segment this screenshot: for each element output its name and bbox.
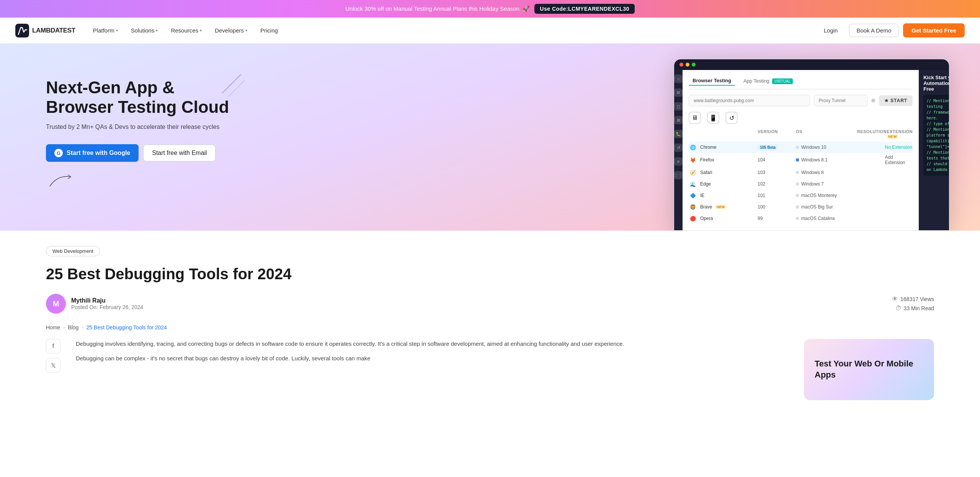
brave-icon: 🦁 <box>689 203 697 211</box>
browser-content: Browser Testing App Testing VIRTUAL ★ ST… <box>683 70 919 230</box>
hero-cta: G Start free with Google Start free with… <box>46 144 230 162</box>
blog-intro-1: Debugging involves identifying, tracing,… <box>76 339 789 349</box>
start-email-button[interactable]: Start free with Email <box>143 145 216 161</box>
svg-rect-0 <box>15 24 29 37</box>
views-count: 👁 168317 Views <box>892 296 934 303</box>
blog-right-card: Test Your Web Or Mobile Apps <box>804 339 934 400</box>
safari-icon: 🧭 <box>689 168 697 177</box>
refresh-icon[interactable]: ↺ <box>725 112 738 124</box>
dot-green <box>692 63 696 67</box>
breadcrumb: Home › Blog › 25 Best Debugging Tools fo… <box>46 324 934 330</box>
ie-icon: 🔷 <box>689 191 697 200</box>
table-row[interactable]: 🧭 Safari 103 Windows 8 <box>689 167 913 178</box>
nav-links: Platform ▾ Solutions ▾ Resources ▾ Devel… <box>88 24 817 37</box>
read-time: ⏱ 33 Min Read <box>895 305 934 312</box>
table-row[interactable]: 🦊 Firefox 104 Windows 8.1 Add Extension <box>689 153 913 167</box>
os-dot <box>796 194 799 197</box>
nav-platform[interactable]: Platform ▾ <box>88 24 123 37</box>
breadcrumb-sep: › <box>82 325 83 330</box>
desktop-icon[interactable]: 🖥 <box>689 112 701 124</box>
hero-title: Next-Gen App & Browser Testing Cloud <box>46 78 230 117</box>
hero-arrow <box>46 171 230 192</box>
author-date: Posted On: February 26, 2024 <box>71 304 143 310</box>
nav-resources[interactable]: Resources ▾ <box>165 24 207 37</box>
social-sidebar: f 𝕏 <box>46 339 60 373</box>
twitter-icon: 𝕏 <box>51 362 56 369</box>
navbar: LAMBDATEST Platform ▾ Solutions ▾ Resour… <box>0 18 980 44</box>
breadcrumb-sep: › <box>63 325 65 330</box>
blog-title: 25 Best Debugging Tools for 2024 <box>46 265 934 283</box>
blog-tag[interactable]: Web Development <box>46 246 100 256</box>
sidebar-icon-bug: 🐛 <box>674 130 683 138</box>
nav-actions: Login Book A Demo Get Started Free <box>817 23 965 37</box>
twitter-share-button[interactable]: 𝕏 <box>46 358 60 373</box>
sidebar-icon-settings: ⚙ <box>674 88 683 97</box>
chevron-down-icon: ▾ <box>200 28 202 33</box>
google-icon: G <box>54 149 63 157</box>
login-button[interactable]: Login <box>817 24 845 37</box>
nav-pricing[interactable]: Pricing <box>255 24 283 37</box>
blog-section: Web Development 25 Best Debugging Tools … <box>0 231 980 415</box>
url-input[interactable] <box>689 95 810 106</box>
toggle-indicator <box>871 99 875 103</box>
nav-solutions[interactable]: Solutions ▾ <box>126 24 163 37</box>
sidebar-icon-refresh: ↺ <box>674 143 683 152</box>
table-row[interactable]: 🦁 Brave NEW 100 macOS Big Sur <box>689 201 913 213</box>
table-row[interactable]: 🌐 Chrome 105 Beta Windows 10 No Extensio… <box>689 142 913 153</box>
sidebar-icon-apps: ⋮⋮ <box>674 171 683 179</box>
author-row: M Mythili Raju Posted On: February 26, 2… <box>46 294 934 314</box>
dot-red <box>679 63 683 67</box>
hero-subtitle: Trusted by 2 Mn+ QAs & Devs to accelerat… <box>46 124 230 130</box>
hero-right: ⌂ ⚙ ◻ ⊞ 🐛 ↺ ≡ ⋮⋮ Browser Testing App Tes… <box>230 59 949 231</box>
nav-developers[interactable]: Developers ▾ <box>209 24 253 37</box>
table-row[interactable]: 🔴 Opera 99 macOS Catalina <box>689 213 913 224</box>
browser-sidebar: ⌂ ⚙ ◻ ⊞ 🐛 ↺ ≡ ⋮⋮ <box>674 70 683 230</box>
url-bar-row: ★ START <box>689 95 913 106</box>
banner-text: Unlock 30% off on Manual Testing Annual … <box>345 5 530 12</box>
blog-intro-2: Debugging can be complex - it's no secre… <box>76 353 789 363</box>
opera-icon: 🔴 <box>689 214 697 223</box>
blog-content-area: Debugging involves identifying, tracing,… <box>76 339 789 400</box>
logo-text: LAMBDATEST <box>32 27 75 34</box>
meta-right: 👁 168317 Views ⏱ 33 Min Read <box>892 296 934 312</box>
table-row[interactable]: 🌊 Edge 102 Windows 7 <box>689 178 913 190</box>
code-block: // Mention the testing // framework here… <box>923 95 949 176</box>
chevron-down-icon: ▾ <box>116 28 118 33</box>
chevron-down-icon: ▾ <box>156 28 158 33</box>
avatar: M <box>46 294 66 314</box>
breadcrumb-blog[interactable]: Blog <box>68 324 78 330</box>
chrome-icon: 🌐 <box>689 143 697 151</box>
new-badge: NEW <box>715 205 726 209</box>
sidebar-icon-grid: ⊞ <box>674 116 683 124</box>
social-sidebar-wrapper: f 𝕏 <box>46 339 60 400</box>
tab-browser-testing[interactable]: Browser Testing <box>689 76 735 86</box>
logo[interactable]: LAMBDATEST <box>15 24 75 37</box>
sidebar-icon-home: ⌂ <box>674 75 683 83</box>
table-row[interactable]: 🔷 IE 101 macOS Monterey <box>689 190 913 201</box>
blog-right-card-title: Test Your Web Or Mobile Apps <box>815 358 923 380</box>
promo-code[interactable]: Use Code:LCMYEARENDEXCL30 <box>534 4 634 14</box>
start-google-button[interactable]: G Start free with Google <box>46 144 139 162</box>
browser-tab-bar: Browser Testing App Testing VIRTUAL <box>689 76 913 90</box>
chevron-down-icon: ▾ <box>245 28 247 33</box>
breadcrumb-home[interactable]: Home <box>46 324 60 330</box>
blog-main-row: f 𝕏 Debugging involves identifying, trac… <box>46 339 934 400</box>
clock-icon: ⏱ <box>895 305 902 312</box>
top-banner: Unlock 30% off on Manual Testing Annual … <box>0 0 980 18</box>
os-dot <box>796 146 799 149</box>
proxy-input[interactable] <box>814 95 867 106</box>
tablet-icon[interactable]: 📱 <box>707 112 719 124</box>
book-demo-button[interactable]: Book A Demo <box>849 24 898 37</box>
start-button[interactable]: ★ START <box>879 95 913 106</box>
eye-icon: 👁 <box>892 296 898 303</box>
author-left: M Mythili Raju Posted On: February 26, 2… <box>46 294 143 314</box>
hero-left: Next-Gen App & Browser Testing Cloud Tru… <box>46 67 230 215</box>
os-dot-active <box>796 158 799 161</box>
facebook-share-button[interactable]: f <box>46 339 60 353</box>
facebook-icon: f <box>52 343 54 350</box>
tab-app-testing: App Testing VIRTUAL <box>740 77 797 85</box>
get-started-button[interactable]: Get Started Free <box>903 23 965 37</box>
firefox-icon: 🦊 <box>689 156 697 164</box>
table-header: VERSION OS RESOLUTION EXTENSION NEW <box>689 129 913 138</box>
author-name: Mythili Raju <box>71 297 143 304</box>
